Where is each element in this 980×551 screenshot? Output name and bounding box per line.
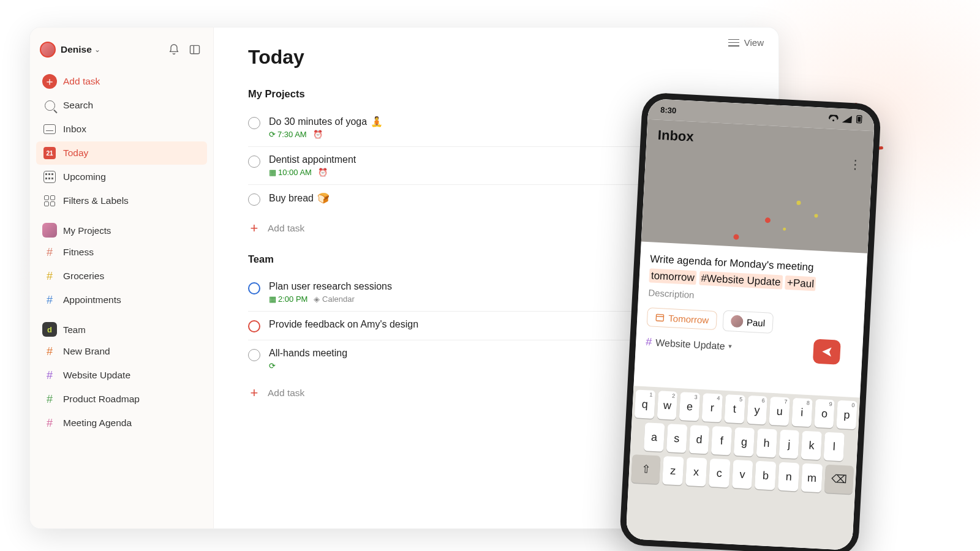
task-checkbox[interactable] xyxy=(248,156,260,168)
key[interactable]: w2 xyxy=(657,391,677,420)
alarm-icon: ⏰ xyxy=(313,130,323,139)
plus-icon: ＋ xyxy=(42,74,57,89)
backspace-key[interactable]: ⌫ xyxy=(824,465,854,494)
key[interactable]: s xyxy=(666,424,687,453)
key[interactable]: c xyxy=(709,459,730,488)
sidebar-project-item[interactable]: #New Brand xyxy=(36,340,207,363)
add-task-label: Add task xyxy=(63,76,100,87)
sidebar-item-filters[interactable]: Filters & Labels xyxy=(36,189,207,212)
project-label: Appointments xyxy=(63,294,121,305)
sidebar-item-today[interactable]: 21 Today xyxy=(36,141,207,165)
key[interactable]: v xyxy=(732,460,753,489)
hash-icon: # xyxy=(47,345,53,358)
plus-icon: + xyxy=(248,386,260,400)
add-task-button[interactable]: ＋ Add task xyxy=(36,70,207,93)
key[interactable]: i8 xyxy=(791,398,812,427)
section-my-projects[interactable]: My Projects xyxy=(36,213,207,240)
sidebar-item-upcoming[interactable]: Upcoming xyxy=(36,165,207,189)
shift-key[interactable]: ⇧ xyxy=(631,454,660,484)
key[interactable]: n xyxy=(778,462,799,492)
sidebar-project-item[interactable]: #Meeting Agenda xyxy=(36,411,207,435)
project-label: New Brand xyxy=(63,346,110,357)
hash-icon: # xyxy=(47,417,53,430)
task-checkbox[interactable] xyxy=(248,320,260,332)
key[interactable]: x xyxy=(685,457,707,487)
phone-mockup: 8:30 Inbox ⋮ Write agenda for Monday's m… xyxy=(619,92,881,551)
project-selector[interactable]: Website Update xyxy=(655,337,725,352)
chip-tomorrow[interactable]: Tomorrow xyxy=(647,307,717,330)
key[interactable]: l xyxy=(824,432,845,462)
bell-icon[interactable] xyxy=(165,41,183,58)
key[interactable]: j xyxy=(778,430,799,459)
project-label: Website Update xyxy=(63,370,130,381)
section-label: Team xyxy=(63,324,86,335)
sidebar-item-inbox[interactable]: Inbox xyxy=(36,118,207,141)
sliders-icon xyxy=(728,39,739,47)
chevron-down-icon[interactable]: ⌄ xyxy=(94,45,100,54)
key[interactable]: z xyxy=(662,456,684,485)
hash-icon: # xyxy=(47,270,53,283)
key[interactable]: r4 xyxy=(702,393,723,422)
key[interactable]: h xyxy=(756,429,777,458)
ql-date[interactable]: tomorrow xyxy=(649,268,696,285)
view-label: View xyxy=(744,37,764,48)
key[interactable]: d xyxy=(688,425,709,454)
chevron-down-icon[interactable]: ▾ xyxy=(728,343,733,351)
project-label: Product Roadmap xyxy=(63,394,140,405)
user-name[interactable]: Denise xyxy=(61,44,92,55)
key[interactable]: b xyxy=(755,461,776,490)
key[interactable]: o9 xyxy=(814,399,835,429)
phone-keyboard[interactable]: q1w2e3r4t5y6u7i8o9p0 asdfghjkl ⇧ zxcvbnm… xyxy=(625,386,860,550)
team-avatar: d xyxy=(42,322,57,337)
key[interactable]: g xyxy=(734,427,755,457)
compose-text[interactable]: Write agenda for Monday's meeting tomorr… xyxy=(649,250,857,294)
inbox-icon xyxy=(43,124,56,134)
sidebar-project-item[interactable]: #Appointments xyxy=(36,288,207,312)
sidebar-label: Inbox xyxy=(63,124,86,135)
calendar-today-icon: 21 xyxy=(43,147,56,159)
alarm-icon: ⏰ xyxy=(318,168,328,177)
search-icon xyxy=(45,100,55,111)
sidebar-item-search[interactable]: Search xyxy=(36,94,207,117)
task-checkbox[interactable] xyxy=(248,282,260,294)
key[interactable]: e3 xyxy=(679,392,700,421)
sidebar-project-item[interactable]: #Website Update xyxy=(36,364,207,387)
task-checkbox[interactable] xyxy=(248,117,260,129)
key[interactable]: m xyxy=(801,463,823,493)
kebab-icon[interactable]: ⋮ xyxy=(848,157,861,172)
key[interactable]: u7 xyxy=(769,397,790,426)
user-avatar[interactable] xyxy=(40,42,56,58)
key[interactable]: t5 xyxy=(724,394,745,424)
send-button[interactable] xyxy=(813,339,841,364)
calendar-icon: ▦ xyxy=(269,168,276,177)
project-label: Meeting Agenda xyxy=(63,418,132,429)
task-time: ⟳ 7:30 AM xyxy=(269,130,307,139)
key[interactable]: q1 xyxy=(635,389,655,419)
key[interactable]: y6 xyxy=(747,395,767,425)
project-label: Fitness xyxy=(63,247,94,258)
sidebar-project-item[interactable]: #Groceries xyxy=(36,264,207,288)
task-checkbox[interactable] xyxy=(248,193,260,206)
sidebar-project-item[interactable]: #Product Roadmap xyxy=(36,388,207,411)
repeat-icon: ⟳ xyxy=(269,130,276,139)
view-button[interactable]: View xyxy=(728,37,764,48)
ql-project[interactable]: #Website Update xyxy=(699,271,783,290)
sidebar-project-item[interactable]: #Fitness xyxy=(36,241,207,264)
calendar-icon: ▦ xyxy=(269,294,276,304)
key[interactable]: f xyxy=(711,426,732,455)
key[interactable]: a xyxy=(644,422,665,452)
phone-clock: 8:30 xyxy=(660,105,677,114)
key[interactable]: p0 xyxy=(837,400,858,430)
task-checkbox[interactable] xyxy=(248,349,260,361)
sidebar-toggle-icon[interactable] xyxy=(186,41,203,58)
add-task-label: Add task xyxy=(268,388,304,399)
phone-status-icons xyxy=(828,113,862,126)
section-label: My Projects xyxy=(63,225,111,236)
sidebar-label: Search xyxy=(63,100,93,111)
key[interactable]: k xyxy=(801,431,822,460)
ql-assignee[interactable]: +Paul xyxy=(785,276,816,291)
chip-paul[interactable]: Paul xyxy=(722,310,774,334)
svg-rect-5 xyxy=(656,315,664,321)
sidebar-label: Upcoming xyxy=(63,171,106,182)
section-team[interactable]: d Team xyxy=(36,312,207,339)
